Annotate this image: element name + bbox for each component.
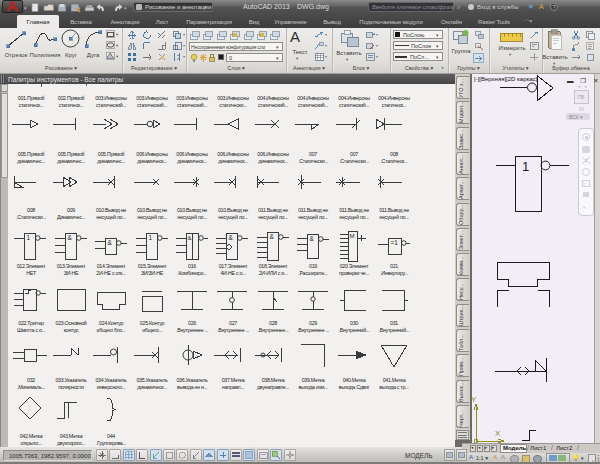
svg-text:1: 1: [149, 234, 153, 241]
svg-text:&: &: [188, 235, 192, 241]
svg-text:&: &: [108, 239, 113, 246]
svg-text:&: &: [68, 234, 73, 241]
svg-text:=1: =1: [391, 239, 399, 246]
svg-text:1: 1: [27, 234, 31, 241]
svg-text:X: X: [495, 429, 501, 438]
svg-text:1: 1: [522, 159, 529, 174]
svg-text:Y: Y: [471, 395, 477, 404]
svg-text:M: M: [350, 233, 355, 239]
svg-text:&: &: [270, 233, 275, 240]
svg-text:&: &: [310, 235, 315, 242]
svg-text:&: &: [229, 234, 234, 241]
